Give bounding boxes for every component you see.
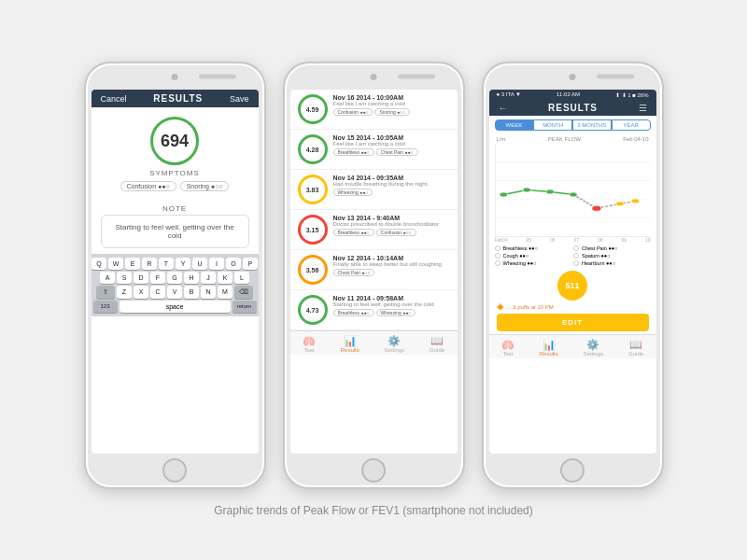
p1-title: RESULTS (153, 93, 203, 104)
key-d[interactable]: D (134, 272, 148, 284)
p1-note-label: NOTE (92, 204, 259, 213)
p3-axis-labels: Feb04 05 06 07 08 09 10 (489, 237, 656, 243)
list-entry-2[interactable]: 3.83 Nov 14 2014 - 09:35AM Had trouble b… (290, 170, 458, 210)
p3-tab-week[interactable]: WEEK (495, 119, 534, 131)
key-m[interactable]: M (218, 286, 233, 299)
key-space[interactable]: space (120, 301, 231, 313)
key-g[interactable]: G (167, 272, 182, 284)
key-q[interactable]: Q (92, 258, 106, 270)
key-b[interactable]: B (184, 286, 199, 299)
list-entry-4[interactable]: 3.56 Nov 12 2014 - 10:14AM Finally able … (290, 250, 458, 290)
sym-cough: Cough ●●○ (495, 253, 572, 259)
p3-menu-icon[interactable]: ☰ (639, 103, 647, 113)
home-button-2[interactable] (361, 458, 386, 483)
svg-point-4 (500, 192, 507, 197)
entry-tag-1-0: Breathless ●●○ (333, 148, 374, 156)
key-k[interactable]: K (218, 272, 233, 284)
sym-breathless: Breathless ●●○ (495, 245, 572, 251)
key-y[interactable]: Y (176, 258, 190, 270)
entry-date-0: Nov 16 2014 - 10:00AM (333, 94, 450, 101)
key-u[interactable]: U (192, 258, 207, 270)
key-i[interactable]: I (209, 258, 224, 270)
key-t[interactable]: T (159, 258, 174, 270)
entry-desc-2: Had trouble breathing during the night. (333, 181, 450, 187)
key-r[interactable]: R (142, 258, 157, 270)
sym-spatum: Spatum ●●○ (573, 253, 651, 259)
key-v[interactable]: V (167, 286, 182, 299)
p3-tab-nav-guide[interactable]: 📖 Guide (628, 339, 643, 357)
p3-chart-svg (496, 144, 651, 236)
entry-tag-2-0: Wheezing ●●○ (333, 189, 374, 196)
key-e[interactable]: E (125, 258, 140, 270)
key-a[interactable]: A (100, 272, 115, 284)
camera-icon-3 (570, 74, 576, 80)
p3-header: ← RESULTS ☰ (489, 100, 656, 116)
speaker (199, 75, 236, 79)
entry-desc-3: Doctor prescribed to double bronchodilat… (333, 221, 450, 227)
list-entry-1[interactable]: 4.28 Nov 15 2014 - 10:05AM Feel like I a… (290, 130, 458, 170)
key-f[interactable]: F (150, 272, 165, 284)
p2-tab-test[interactable]: 🫁 Test (303, 335, 316, 353)
p2-tab-guide[interactable]: 📖 Guide (430, 335, 444, 353)
p3-tab-month[interactable]: MONTH (533, 119, 572, 131)
save-button[interactable]: Save (230, 94, 249, 104)
entry-tag-0-0: Confusion ●●○ (333, 108, 374, 116)
key-s[interactable]: S (117, 272, 132, 284)
p3-tab-nav-test[interactable]: 🫁 Test (501, 339, 514, 357)
key-o[interactable]: O (226, 258, 241, 270)
phone-3-bottom (484, 454, 662, 487)
p2-tab-results[interactable]: 📊 Results (341, 335, 359, 353)
list-entry-0[interactable]: 4.59 Nov 16 2014 - 10:00AM Feel like I a… (290, 90, 458, 130)
p3-tab-nav-settings[interactable]: ⚙️ Settings (584, 339, 604, 357)
entry-tag-5-1: Wheezing ●●○ (376, 309, 416, 316)
key-h[interactable]: H (184, 272, 199, 284)
key-n[interactable]: N (201, 286, 216, 299)
key-j[interactable]: J (201, 272, 216, 284)
key-delete[interactable]: ⌫ (234, 286, 253, 299)
home-button-3[interactable] (560, 458, 585, 483)
p3-puffs-text: ... 3 puffs at 10 PM (507, 304, 554, 310)
entry-tag-3-1: Confusion ●○○ (376, 229, 416, 236)
entry-score-3: 3.15 (298, 215, 328, 245)
p3-tab-nav-results[interactable]: 📊 Results (540, 339, 558, 357)
entry-tag-0-1: Snoring ●○○ (374, 108, 410, 116)
test-icon-2: 🫁 (303, 335, 316, 346)
key-w[interactable]: W (108, 258, 123, 270)
p3-tab-3months[interactable]: 3 MONTHS (572, 119, 612, 131)
entry-content-0: Nov 16 2014 - 10:00AM Feel like I am cat… (333, 94, 450, 116)
kb-row-4: 123 space return (93, 301, 257, 313)
p3-chart-label: PEAK FLOW (548, 136, 581, 142)
key-shift[interactable]: ⇧ (96, 286, 115, 299)
key-p[interactable]: P (243, 258, 258, 270)
key-c[interactable]: C (150, 286, 165, 299)
p3-chart-header: L/m PEAK FLOW Feb 04-10 (489, 134, 656, 144)
key-x[interactable]: X (134, 286, 148, 299)
p3-edit-button[interactable]: EDIT (497, 314, 649, 331)
p3-back-icon[interactable]: ← (499, 103, 508, 113)
phone-1-bottom (86, 454, 264, 487)
entry-tags-3: Breathless ●●○Confusion ●○○ (333, 229, 450, 236)
list-entry-3[interactable]: 3.15 Nov 13 2014 - 9:40AM Doctor prescri… (290, 210, 458, 250)
phone-1-screen: Cancel RESULTS Save 694 SYMPTOMS Confusi… (92, 90, 259, 454)
entry-tags-5: Breathless ●●○Wheezing ●●○ (333, 309, 450, 316)
p2-tab-settings[interactable]: ⚙️ Settings (385, 335, 405, 353)
entry-content-4: Nov 12 2014 - 10:14AM Finally able to sl… (333, 255, 450, 276)
key-l[interactable]: L (234, 272, 249, 284)
phone-3-top (484, 63, 662, 90)
key-return[interactable]: return (233, 301, 257, 313)
home-button-1[interactable] (162, 458, 187, 483)
list-entry-5[interactable]: 4.73 Nov 11 2014 - 09:58AM Starting to f… (290, 290, 458, 330)
cancel-button[interactable]: Cancel (101, 94, 127, 104)
p3-tab-year[interactable]: YEAR (612, 119, 651, 131)
key-z[interactable]: Z (117, 286, 132, 299)
key-123[interactable]: 123 (93, 301, 118, 313)
entry-tags-0: Confusion ●●○Snoring ●○○ (333, 108, 450, 116)
p1-note-box[interactable]: Starting to feel well, getting over the … (101, 215, 249, 248)
entry-score-0: 4.59 (298, 94, 328, 124)
camera-icon-2 (371, 74, 377, 80)
entry-date-5: Nov 11 2014 - 09:58AM (333, 295, 450, 301)
entry-tag-3-0: Breathless ●●○ (333, 229, 374, 236)
p1-keyboard: Q W E R T Y U I O P A S D F G H (92, 254, 259, 316)
p3-y-axis-label: L/m (497, 136, 506, 142)
phone-2-top (285, 63, 463, 90)
